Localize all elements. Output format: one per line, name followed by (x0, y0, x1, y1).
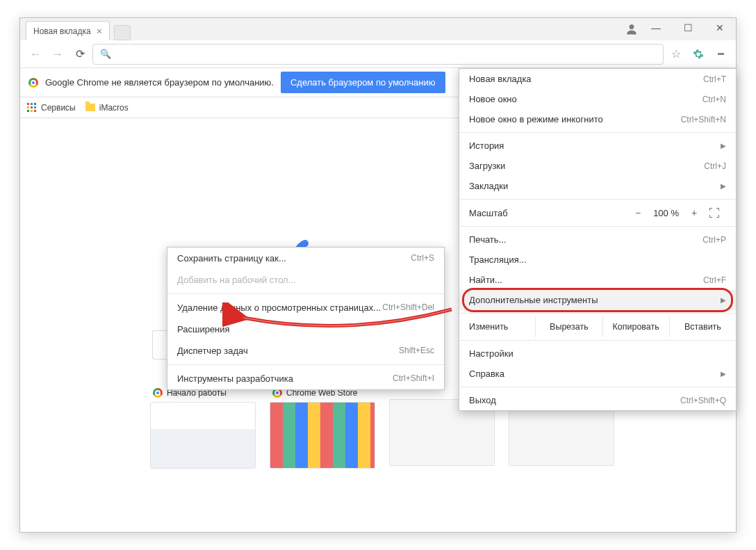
menu-label: Расширения (177, 324, 230, 334)
submenu-arrow-icon: ▶ (721, 370, 726, 378)
submenu-save-page[interactable]: Сохранить страницу как...Ctrl+S (167, 248, 444, 269)
menu-bookmarks[interactable]: Закладки▶ (459, 176, 736, 196)
cut-button[interactable]: Вырезать (535, 316, 602, 337)
submenu-arrow-icon: ▶ (721, 182, 726, 190)
menu-label: Сохранить страницу как... (177, 253, 286, 264)
menu-shortcut: Ctrl+J (704, 161, 726, 171)
menu-label: Закладки (469, 181, 508, 191)
close-window-button[interactable]: ✕ (704, 18, 736, 38)
svg-point-0 (630, 24, 634, 29)
bookmark-folder[interactable]: iMacros (85, 103, 129, 113)
edit-label: Изменить (459, 316, 535, 337)
set-default-button[interactable]: Сделать браузером по умолчанию (281, 72, 445, 93)
menu-label: Найти... (469, 275, 502, 285)
submenu-extensions[interactable]: Расширения (167, 318, 444, 340)
menu-exit[interactable]: ВыходCtrl+Shift+Q (459, 390, 736, 410)
menu-shortcut: Ctrl+S (411, 253, 434, 264)
submenu-dev-tools[interactable]: Инструменты разработчикаCtrl+Shift+I (167, 368, 444, 389)
apps-icon (27, 103, 37, 113)
menu-label: Масштаб (469, 208, 508, 218)
submenu-arrow-icon: ▶ (721, 142, 726, 149)
paste-button[interactable]: Вставить (669, 316, 736, 337)
new-tab-button[interactable] (114, 25, 131, 40)
close-tab-icon[interactable]: × (97, 26, 102, 37)
menu-find[interactable]: Найти...Ctrl+F (459, 270, 736, 290)
menu-separator (459, 340, 736, 341)
fullscreen-button[interactable] (709, 208, 726, 218)
more-tools-submenu: Сохранить страницу как...Ctrl+S Добавить… (167, 247, 445, 390)
menu-label: Новая вкладка (469, 74, 532, 84)
menu-print[interactable]: Печать...Ctrl+P (459, 229, 736, 250)
menu-shortcut: Shift+Esc (399, 346, 434, 356)
copy-button[interactable]: Копировать (602, 316, 669, 337)
submenu-clear-browsing-data[interactable]: Удаление данных о просмотренных страница… (167, 297, 444, 318)
thumb-preview (270, 402, 375, 469)
browser-tab[interactable]: Новая вкладка × (26, 21, 110, 40)
menu-separator (167, 364, 444, 365)
menu-shortcut: Ctrl+P (702, 235, 726, 245)
menu-label: История (469, 140, 504, 151)
menu-label: Выход (469, 395, 496, 405)
chrome-icon (153, 388, 163, 398)
zoom-out-button[interactable]: − (630, 207, 646, 218)
menu-label: Трансляция... (469, 254, 527, 265)
window-controls: ― ☐ ✕ (640, 18, 736, 38)
menu-separator (459, 313, 736, 314)
menu-help[interactable]: Справка▶ (459, 364, 736, 384)
menu-settings[interactable]: Настройки (459, 343, 736, 364)
menu-shortcut: Ctrl+Shift+I (393, 373, 434, 384)
menu-separator (167, 293, 444, 294)
menu-edit-row: Изменить Вырезать Копировать Вставить (459, 316, 736, 337)
menu-label: Диспетчер задач (177, 346, 248, 356)
menu-incognito[interactable]: Новое окно в режиме инкогнитоCtrl+Shift+… (459, 109, 736, 129)
menu-label: Справка (469, 369, 504, 379)
menu-label: Новое окно (469, 94, 517, 104)
submenu-add-to-desktop: Добавить на рабочий стол... (167, 269, 444, 291)
menu-separator (459, 199, 736, 200)
reload-button[interactable]: ⟳ (70, 45, 90, 64)
menu-shortcut: Ctrl+Shift+N (681, 115, 726, 124)
infobar-text: Google Chrome не является браузером по у… (45, 77, 274, 88)
toolbar: ← → ⟳ 🔍 ☆ (20, 40, 736, 68)
tab-title: Новая вкладка (33, 26, 91, 36)
menu-shortcut: Ctrl+Shift+Del (382, 302, 434, 313)
apps-shortcut[interactable]: Сервисы (27, 103, 76, 113)
menu-more-tools[interactable]: Дополнительные инструменты▶ (459, 290, 736, 310)
zoom-in-button[interactable]: + (686, 207, 702, 218)
thumbnail-tile[interactable]: Начало работы (150, 384, 256, 469)
thumbnail-tile[interactable]: Chrome Web Store (270, 384, 375, 469)
menu-label: Дополнительные инструменты (469, 295, 598, 305)
menu-downloads[interactable]: ЗагрузкиCtrl+J (459, 156, 736, 176)
bookmark-star-icon[interactable]: ☆ (666, 45, 686, 64)
menu-shortcut: Ctrl+F (703, 275, 726, 285)
profile-icon[interactable] (625, 22, 639, 39)
menu-label: Инструменты разработчика (177, 373, 293, 384)
submenu-task-manager[interactable]: Диспетчер задачShift+Esc (167, 340, 444, 362)
fullscreen-icon (709, 208, 719, 218)
chrome-icon (28, 78, 38, 88)
menu-label: Печать... (469, 234, 506, 245)
menu-new-window[interactable]: Новое окноCtrl+N (459, 89, 736, 109)
menu-separator (459, 226, 736, 227)
back-button[interactable]: ← (26, 45, 45, 64)
tab-strip: Новая вкладка × ― ☐ ✕ (20, 18, 736, 40)
submenu-arrow-icon: ▶ (721, 296, 726, 304)
menu-shortcut: Ctrl+Shift+Q (680, 396, 726, 405)
maximize-button[interactable]: ☐ (672, 18, 704, 38)
forward-button[interactable]: → (48, 45, 67, 64)
address-bar[interactable]: 🔍 (92, 44, 664, 65)
main-menu-button[interactable] (711, 45, 730, 64)
menu-cast[interactable]: Трансляция... (459, 250, 736, 270)
folder-icon (85, 104, 95, 111)
bookmark-label: iMacros (99, 103, 129, 113)
extension-icon[interactable] (689, 45, 708, 64)
menu-separator (459, 132, 736, 133)
minimize-button[interactable]: ― (640, 18, 672, 38)
menu-label: Добавить на рабочий стол... (177, 275, 296, 285)
menu-new-tab[interactable]: Новая вкладкаCtrl+T (459, 69, 736, 89)
menu-history[interactable]: История▶ (459, 136, 736, 156)
menu-label: Загрузки (469, 161, 505, 171)
menu-separator (459, 387, 736, 387)
menu-label: Новое окно в режиме инкогнито (469, 114, 603, 124)
menu-shortcut: Ctrl+N (702, 95, 726, 104)
